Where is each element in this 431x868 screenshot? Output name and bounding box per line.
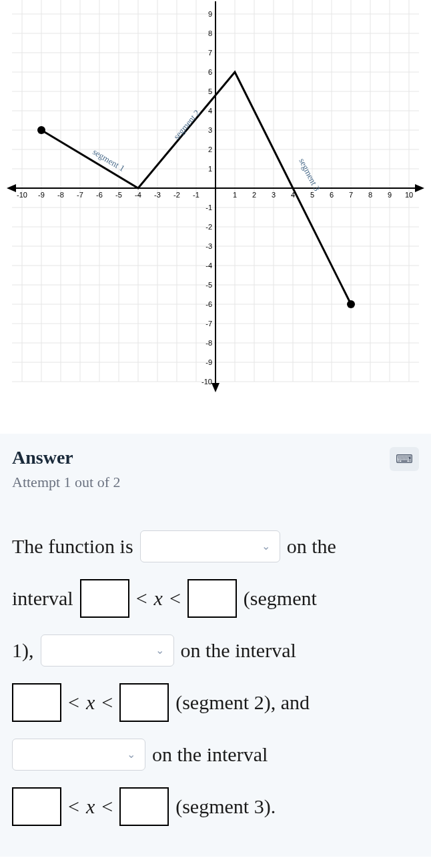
text-segment2: (segment 2), and <box>175 681 310 725</box>
svg-text:-2: -2 <box>173 191 180 199</box>
svg-text:9: 9 <box>208 10 212 18</box>
svg-text:4: 4 <box>208 107 212 115</box>
svg-text:-4: -4 <box>205 262 212 270</box>
attempt-text: Attempt 1 out of 2 <box>12 474 419 491</box>
svg-text:-8: -8 <box>205 339 212 347</box>
svg-text:6: 6 <box>330 191 334 199</box>
svg-text:7: 7 <box>208 49 212 57</box>
answer-body: The function is ⌄ on the interval < x < … <box>12 524 419 829</box>
svg-text:-9: -9 <box>205 358 212 366</box>
text-lt-3b: < <box>101 785 113 829</box>
svg-text:3: 3 <box>272 191 276 199</box>
svg-text:5: 5 <box>208 87 212 95</box>
graph-container: -10 -9 -8 -7 -6 -5 -4 -3 -2 -1 1 2 3 4 5… <box>5 0 426 394</box>
chevron-down-icon: ⌄ <box>127 743 135 766</box>
svg-text:-6: -6 <box>96 191 103 199</box>
chevron-down-icon: ⌄ <box>262 534 270 558</box>
input-seg2-upper[interactable] <box>119 683 169 722</box>
text-on-the-interval-2: on the interval <box>181 628 296 673</box>
svg-text:1: 1 <box>233 191 237 199</box>
svg-text:-9: -9 <box>38 191 45 199</box>
segment-1-label: segment 1 <box>91 147 126 173</box>
text-lt-x-lt-1a: < <box>136 576 147 620</box>
keyboard-button[interactable]: ⌨ <box>390 447 419 471</box>
var-x-1: x <box>154 576 163 620</box>
svg-text:-5: -5 <box>205 281 212 289</box>
segment-3-label: segment 3 <box>297 157 322 193</box>
svg-text:10: 10 <box>405 191 413 199</box>
text-lt-x-lt-1b: < <box>169 576 181 620</box>
svg-text:-4: -4 <box>135 191 141 199</box>
var-x-2: x <box>86 681 95 725</box>
y-tick-labels: 9 8 7 6 5 4 3 2 1 -1 -2 -3 -4 -5 -6 -7 -… <box>201 10 212 386</box>
text-lt-3a: < <box>68 785 79 829</box>
svg-text:-10: -10 <box>201 378 212 386</box>
svg-text:-3: -3 <box>205 242 212 250</box>
svg-text:-2: -2 <box>205 223 212 231</box>
svg-text:6: 6 <box>208 68 212 76</box>
answer-section: Answer ⌨ Attempt 1 out of 2 The function… <box>0 434 431 857</box>
svg-text:2: 2 <box>252 191 256 199</box>
svg-text:-6: -6 <box>205 300 212 308</box>
input-seg2-lower[interactable] <box>12 683 61 722</box>
svg-text:-1: -1 <box>193 191 199 199</box>
text-segment3: (segment 3). <box>175 785 276 829</box>
text-on-the-interval-3: on the interval <box>152 733 268 777</box>
segment-2-label: segment 2 <box>171 108 202 141</box>
text-one-comma: 1), <box>12 628 34 673</box>
dropdown-behavior-1[interactable]: ⌄ <box>140 530 280 562</box>
coordinate-graph: -10 -9 -8 -7 -6 -5 -4 -3 -2 -1 1 2 3 4 5… <box>5 0 426 394</box>
chevron-down-icon: ⌄ <box>155 638 164 662</box>
text-interval: interval <box>12 576 73 620</box>
svg-text:-7: -7 <box>205 320 212 328</box>
input-seg3-lower[interactable] <box>12 787 61 826</box>
svg-text:-10: -10 <box>17 191 27 199</box>
svg-text:-7: -7 <box>77 191 83 199</box>
dropdown-behavior-3[interactable]: ⌄ <box>12 739 145 771</box>
svg-text:7: 7 <box>349 191 353 199</box>
text-on-the: on the <box>287 524 336 568</box>
svg-text:8: 8 <box>368 191 372 199</box>
endpoint-right <box>347 300 355 308</box>
svg-marker-42 <box>7 184 16 192</box>
svg-marker-41 <box>415 184 424 192</box>
svg-text:8: 8 <box>208 29 212 37</box>
svg-text:2: 2 <box>208 145 212 153</box>
var-x-3: x <box>86 785 95 829</box>
svg-text:-5: -5 <box>115 191 122 199</box>
input-seg3-upper[interactable] <box>119 787 169 826</box>
input-seg1-upper[interactable] <box>187 579 237 618</box>
svg-text:-8: -8 <box>57 191 64 199</box>
svg-text:1: 1 <box>208 165 212 173</box>
svg-text:-1: -1 <box>205 203 212 211</box>
input-seg1-lower[interactable] <box>80 579 129 618</box>
text-segment1: (segment <box>244 576 317 620</box>
text-the-function-is: The function is <box>12 524 133 568</box>
svg-text:-3: -3 <box>154 191 161 199</box>
dropdown-behavior-2[interactable]: ⌄ <box>41 634 174 667</box>
text-lt-2b: < <box>101 681 113 725</box>
answer-title: Answer <box>12 447 73 468</box>
text-lt-2a: < <box>68 681 79 725</box>
svg-text:3: 3 <box>208 126 212 134</box>
endpoint-left <box>37 126 45 134</box>
svg-marker-43 <box>211 383 220 392</box>
keyboard-icon: ⌨ <box>396 452 413 466</box>
svg-text:9: 9 <box>388 191 392 199</box>
